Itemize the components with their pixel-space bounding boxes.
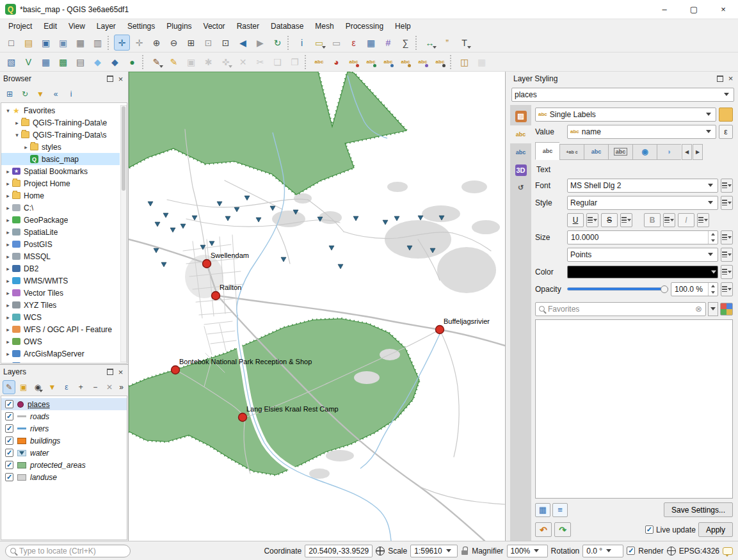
open-project-button[interactable]: ▤ — [20, 35, 36, 51]
manage-map-themes-button[interactable]: ◉ — [31, 380, 44, 394]
menu-help[interactable]: Help — [389, 20, 417, 33]
open-data-source-manager-button[interactable]: ▧ — [3, 54, 19, 70]
undo-button[interactable]: ↶ — [535, 522, 552, 537]
browser-item-geopackage[interactable]: GeoPackage — [1, 214, 120, 226]
expander-icon[interactable] — [4, 326, 12, 333]
browser-item-db2[interactable]: DB2 — [1, 262, 120, 275]
layer-row-roads[interactable]: roads — [1, 410, 127, 422]
browser-close-button[interactable] — [116, 75, 125, 83]
italic-button[interactable]: I — [678, 213, 694, 227]
styling-layer-selector[interactable]: places — [511, 88, 734, 102]
browser-item-ows[interactable]: OWS — [1, 335, 120, 348]
zoom-to-selection-button[interactable]: ⊡ — [200, 35, 216, 51]
rotation-spinner[interactable]: 0.0 ° — [582, 545, 623, 557]
add-wms-layer-button[interactable]: ● — [124, 54, 140, 70]
zoom-to-layer-button[interactable]: ⊡ — [218, 35, 234, 51]
browser-item-spatialite[interactable]: SpatiaLite — [1, 226, 120, 238]
browser-item-wfs-ogc-api-feature[interactable]: WFS / OGC API - Feature — [1, 323, 120, 335]
add-vector-layer-button[interactable]: V — [20, 54, 36, 70]
expander-icon[interactable] — [4, 241, 12, 248]
expander-icon[interactable] — [4, 180, 12, 187]
show-hide-labels-button[interactable]: abc — [380, 54, 396, 70]
refresh-browser-button[interactable]: ↻ — [18, 87, 32, 101]
font-combo[interactable]: MS Shell Dlg 2 — [567, 179, 718, 193]
lock-scale-icon[interactable] — [461, 547, 469, 555]
refresh-map-button[interactable]: ↻ — [269, 35, 285, 51]
select-features-button[interactable]: ▭ — [311, 35, 327, 51]
apply-button[interactable]: Apply — [698, 522, 733, 537]
opacity-slider-handle[interactable] — [661, 285, 668, 293]
layer-styling-close-button[interactable] — [726, 74, 735, 83]
browser-item-xyz-tiles[interactable]: XYZ Tiles — [1, 299, 120, 311]
save-project-button[interactable]: ▣ — [38, 35, 54, 51]
expander-icon[interactable] — [4, 229, 12, 236]
field-calculator-button[interactable]: # — [380, 35, 396, 51]
auto-placement-settings-button[interactable] — [719, 108, 733, 122]
spin-up-icon[interactable] — [709, 231, 718, 237]
menu-database[interactable]: Database — [265, 20, 309, 33]
expander-icon[interactable] — [13, 132, 21, 138]
bold-button[interactable]: B — [644, 213, 661, 227]
redo-button[interactable]: ↷ — [554, 522, 571, 537]
layers-close-button[interactable] — [116, 368, 125, 376]
expander-icon[interactable] — [4, 302, 12, 308]
layer-visibility-checkbox[interactable] — [5, 400, 13, 408]
zoom-last-button[interactable]: ◀ — [235, 35, 251, 51]
render-checkbox[interactable] — [627, 547, 635, 555]
browser-item-qgis-training-data-s[interactable]: QGIS-Training-Data\s — [1, 129, 120, 141]
toggle-extents-icon[interactable] — [376, 547, 385, 556]
background-tab[interactable]: abc — [608, 144, 632, 160]
expander-icon[interactable] — [4, 290, 12, 296]
map-tips-button[interactable]: ” — [439, 35, 455, 51]
collapse-all-layers-button[interactable]: − — [88, 380, 101, 394]
minimize-button[interactable]: – — [650, 0, 679, 19]
expander-icon[interactable] — [22, 144, 30, 150]
expander-icon[interactable] — [4, 253, 12, 260]
expander-icon[interactable] — [4, 266, 12, 272]
crs-label[interactable]: EPSG:4326 — [679, 547, 719, 556]
new-3d-map-view-button[interactable]: ◫ — [456, 54, 472, 70]
expander-icon[interactable] — [4, 363, 12, 364]
layer-row-rivers[interactable]: rivers — [1, 422, 127, 435]
layer-labeling-options-button[interactable]: abc — [311, 54, 327, 70]
filter-legend-button[interactable]: ▼ — [45, 380, 58, 394]
browser-item-vector-tiles[interactable]: Vector Tiles — [1, 287, 120, 299]
italic-button-data-defined-override-button[interactable] — [697, 213, 709, 227]
maximize-button[interactable]: ▢ — [679, 0, 709, 19]
save-settings-button[interactable]: Save Settings... — [664, 502, 733, 517]
icon-view-button[interactable]: ▦ — [535, 503, 550, 517]
identify-features-button[interactable]: i — [294, 35, 310, 51]
opacity-data-defined-override-button[interactable] — [721, 282, 733, 296]
open-attribute-table-button[interactable]: ▦ — [363, 35, 379, 51]
filter-browser-button[interactable]: ▼ — [33, 87, 47, 101]
expander-icon[interactable] — [4, 108, 12, 114]
browser-item-project-home[interactable]: Project Home — [1, 177, 120, 189]
menu-plugins[interactable]: Plugins — [161, 20, 197, 33]
layer-diagram-options-button[interactable]: ◕ — [328, 54, 344, 70]
add-group-button[interactable]: ▣ — [17, 380, 29, 394]
layer-row-buildings[interactable]: buildings — [1, 435, 127, 447]
shadow-tab[interactable]: ◉ — [632, 144, 657, 160]
style-search-input[interactable]: Favorites — [535, 302, 706, 316]
properties-widget-toggle-button[interactable]: i — [64, 87, 78, 101]
menu-project[interactable]: Project — [3, 20, 38, 33]
spinner-arrows[interactable] — [708, 283, 718, 296]
browser-item-styles[interactable]: styles — [1, 141, 120, 153]
layer-row-protected-areas[interactable]: protected_areas — [1, 459, 127, 471]
text-annotation-button[interactable]: T — [456, 35, 472, 51]
size-spinner[interactable]: 10.0000 — [567, 230, 718, 244]
browser-item-arcgismapserver[interactable]: ArcGisMapServer — [1, 348, 120, 360]
browser-item-home[interactable]: Home — [1, 189, 120, 202]
browser-item-qgis-training-data-e[interactable]: QGIS-Training-Data\e — [1, 116, 120, 129]
symbology-tab[interactable]: ▨ — [510, 108, 531, 125]
zoom-in-button[interactable]: ⊕ — [148, 35, 164, 51]
expander-icon[interactable] — [4, 339, 12, 345]
layer-row-water[interactable]: water — [1, 447, 127, 459]
masks-tab[interactable]: abc — [510, 143, 531, 161]
style-data-defined-override-button[interactable] — [721, 196, 733, 210]
style-preview-list[interactable] — [535, 319, 733, 499]
change-label-properties-button[interactable]: abc — [432, 54, 448, 70]
menu-settings[interactable]: Settings — [122, 20, 161, 33]
labeling-mode-combo[interactable]: abc Single Labels — [535, 108, 716, 122]
filter-by-expression-button[interactable]: ε — [60, 380, 73, 394]
